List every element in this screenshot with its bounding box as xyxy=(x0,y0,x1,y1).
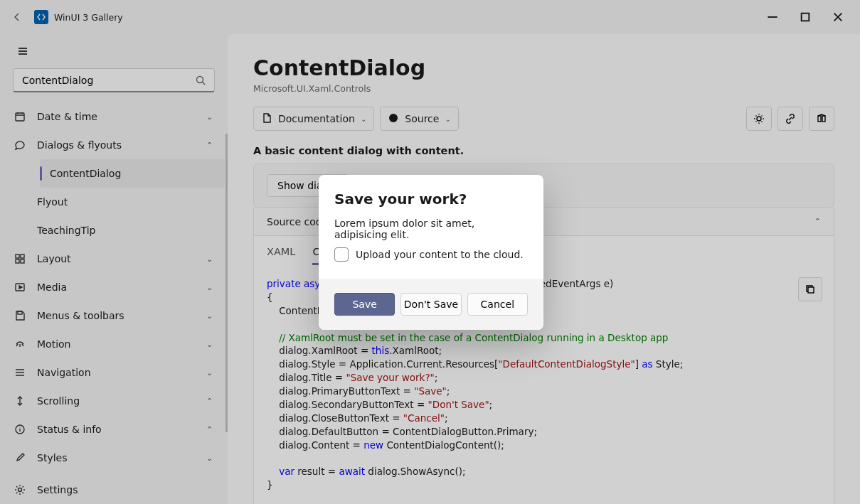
dialog-text: Lorem ipsum dolor sit amet, adipisicing … xyxy=(334,218,528,240)
checkbox-label: Upload your content to the cloud. xyxy=(356,249,524,260)
dialog-title: Save your work? xyxy=(334,191,528,208)
modal-overlay[interactable]: Save your work? Lorem ipsum dolor sit am… xyxy=(0,0,860,504)
dialog-save-button[interactable]: Save xyxy=(334,293,395,316)
upload-checkbox[interactable] xyxy=(334,247,349,262)
dialog-cancel-button[interactable]: Cancel xyxy=(467,293,528,316)
dialog-dont-save-button[interactable]: Don't Save xyxy=(400,293,461,316)
content-dialog: Save your work? Lorem ipsum dolor sit am… xyxy=(319,175,543,330)
